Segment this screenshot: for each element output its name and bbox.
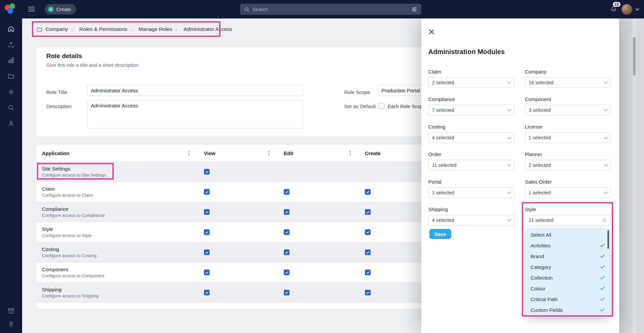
- description-textarea[interactable]: Administrator Access: [87, 100, 303, 129]
- module-select[interactable]: 11 selected: [428, 160, 514, 171]
- module-select-value: 3 selected: [529, 107, 551, 113]
- view-checkbox[interactable]: [204, 229, 210, 235]
- module-select-group: Claim 2 selected: [428, 69, 514, 88]
- dropdown-option[interactable]: Category: [526, 261, 610, 272]
- module-select[interactable]: 2 selected: [428, 77, 514, 88]
- dropdown-option[interactable]: Critical Path: [526, 294, 610, 304]
- chevron-down-icon[interactable]: [635, 7, 639, 10]
- chevron-down-icon: [604, 80, 607, 84]
- view-checkbox[interactable]: [204, 249, 210, 255]
- sidebar-item-folders[interactable]: [7, 73, 15, 81]
- option-label: Custom Fields: [531, 307, 563, 313]
- create-checkbox[interactable]: [365, 229, 371, 235]
- breadcrumb-item[interactable]: Roles & Permissions ›: [79, 26, 136, 32]
- edit-checkbox[interactable]: [284, 249, 289, 255]
- module-select[interactable]: 21 selected: [525, 215, 611, 226]
- module-select-group: Costing 4 selected: [428, 124, 514, 143]
- module-select[interactable]: 1 selected: [525, 132, 611, 143]
- edit-checkbox[interactable]: [284, 209, 289, 215]
- column-menu-icon[interactable]: ⋮: [186, 150, 192, 157]
- search-input[interactable]: Search: [240, 4, 421, 15]
- dropdown-option[interactable]: Select All: [526, 229, 610, 240]
- module-select[interactable]: 2 selected: [525, 160, 611, 171]
- edit-checkbox[interactable]: [284, 270, 289, 275]
- module-select[interactable]: 1 selected: [525, 187, 611, 198]
- column-menu-icon[interactable]: ⋮: [266, 150, 272, 157]
- dropdown-option[interactable]: Activities: [526, 240, 610, 251]
- edit-checkbox[interactable]: [284, 229, 289, 235]
- option-label: Activities: [531, 243, 550, 248]
- chevron-down-icon: [507, 107, 511, 111]
- chevron-down-icon: [507, 190, 511, 194]
- check-icon: [600, 286, 605, 291]
- sidebar-item-home[interactable]: [7, 25, 15, 33]
- module-select[interactable]: 1 selected: [428, 187, 514, 198]
- app-logo-icon[interactable]: [4, 2, 18, 16]
- search-icon: [244, 7, 250, 12]
- user-avatar[interactable]: [622, 4, 632, 15]
- role-title-input[interactable]: [87, 85, 303, 96]
- option-label: Collection: [531, 275, 553, 281]
- breadcrumb-item[interactable]: Company ›: [46, 26, 76, 32]
- chevron-down-icon: [507, 218, 511, 221]
- breadcrumb-item[interactable]: Manage Roles ›: [139, 26, 180, 32]
- module-select[interactable]: 7 selected: [428, 105, 514, 115]
- module-select[interactable]: 4 selected: [428, 132, 514, 143]
- help-icon: ?: [9, 321, 13, 327]
- application-name: Site Settings: [42, 166, 197, 172]
- dropdown-option[interactable]: Collection: [526, 272, 610, 283]
- sidebar-item-help[interactable]: ?: [7, 320, 15, 328]
- dropdown-option[interactable]: Custom Fields: [526, 304, 610, 315]
- role-title-label: Role Title: [46, 89, 67, 95]
- breadcrumb-item[interactable]: Administrator Access ›: [183, 26, 232, 32]
- edit-checkbox[interactable]: [284, 189, 289, 195]
- application-name: Style: [42, 226, 197, 232]
- dropdown-option[interactable]: Colour: [526, 283, 610, 294]
- chevron-down-icon: [507, 80, 511, 84]
- scrollbar-thumb[interactable]: [633, 37, 636, 76]
- folder-icon: [7, 73, 15, 80]
- column-header-view: View ⋮: [197, 145, 277, 161]
- create-checkbox[interactable]: [365, 249, 371, 255]
- menu-icon[interactable]: [28, 5, 36, 13]
- create-checkbox[interactable]: [365, 189, 371, 195]
- create-checkbox[interactable]: [365, 209, 371, 215]
- view-checkbox[interactable]: [204, 209, 210, 215]
- module-select-label: Company: [525, 69, 611, 75]
- check-icon: [366, 291, 370, 295]
- create-button[interactable]: + Create: [45, 4, 76, 14]
- create-checkbox[interactable]: [365, 290, 371, 295]
- sidebar-item-analytics[interactable]: [7, 57, 15, 65]
- sidebar-item-users[interactable]: [7, 120, 15, 128]
- save-button[interactable]: Save: [429, 229, 451, 239]
- module-select[interactable]: 4 selected: [428, 215, 514, 226]
- sidebar-item-projects[interactable]: [7, 307, 15, 315]
- sidebar-item-settings[interactable]: [7, 88, 15, 96]
- edit-checkbox[interactable]: [284, 290, 289, 295]
- check-icon: [285, 291, 289, 295]
- application-name: Costing: [42, 246, 197, 252]
- module-select[interactable]: 16 selected: [525, 77, 611, 88]
- sidebar-item-upload[interactable]: [7, 41, 15, 49]
- plus-icon: +: [48, 6, 54, 12]
- sidebar-item-search[interactable]: [7, 104, 15, 112]
- create-checkbox[interactable]: [365, 270, 371, 275]
- column-menu-icon[interactable]: ⋮: [347, 150, 353, 157]
- view-checkbox[interactable]: [204, 270, 210, 275]
- module-select-label: Style: [525, 206, 611, 212]
- page-scrollbar[interactable]: [632, 18, 636, 333]
- upload-icon: [7, 41, 15, 48]
- dropdown-option[interactable]: Brand: [526, 251, 610, 261]
- set-as-default-checkbox[interactable]: [379, 103, 384, 109]
- module-select-group: Component 3 selected: [525, 96, 611, 116]
- module-select-label: Sales Order: [525, 179, 611, 185]
- view-checkbox[interactable]: [204, 290, 210, 295]
- dropdown-scrollbar-thumb[interactable]: [607, 230, 609, 249]
- chevron-down-icon: [604, 162, 607, 166]
- module-select[interactable]: 3 selected: [525, 105, 611, 115]
- close-icon[interactable]: ✕: [428, 28, 435, 36]
- view-checkbox[interactable]: [204, 169, 210, 175]
- filter-icon[interactable]: [411, 6, 417, 12]
- description-label: Description: [46, 103, 71, 109]
- view-checkbox[interactable]: [204, 189, 210, 195]
